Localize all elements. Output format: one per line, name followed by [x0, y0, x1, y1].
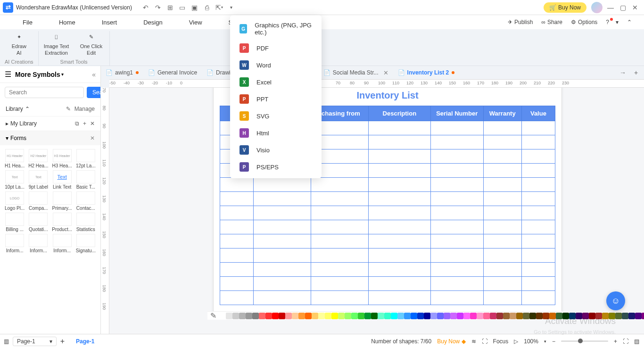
table-cell[interactable] [483, 206, 521, 220]
undo-icon[interactable]: ↶ [140, 1, 152, 14]
symbol-item[interactable]: H2 HeaderH2 Hea... [27, 149, 49, 168]
table-cell[interactable] [483, 263, 521, 277]
fit-page-icon[interactable]: ⛶ [623, 338, 628, 345]
table-cell[interactable] [368, 149, 430, 164]
table-cell[interactable] [521, 135, 555, 149]
color-swatch[interactable] [516, 313, 523, 319]
table-cell[interactable] [311, 291, 368, 305]
table-cell[interactable] [430, 149, 483, 164]
document-tab[interactable]: 📄General Invoice [143, 66, 202, 79]
options-action[interactable]: ⚙ Options [571, 19, 597, 25]
color-swatch[interactable] [226, 313, 232, 319]
color-swatch[interactable] [265, 313, 272, 319]
table-cell[interactable] [220, 249, 254, 263]
table-cell[interactable] [254, 234, 311, 249]
color-swatch[interactable] [615, 313, 622, 319]
tab-add-icon[interactable]: + [630, 66, 642, 79]
share-action[interactable]: ∞ Share [541, 19, 562, 25]
table-cell[interactable] [430, 192, 483, 206]
tab-next-icon[interactable]: → [617, 66, 629, 79]
export-item[interactable]: PPS/EPS [230, 158, 322, 175]
menu-view[interactable]: View [176, 19, 215, 26]
minimize-icon[interactable]: — [604, 1, 617, 14]
color-swatch[interactable] [430, 313, 437, 319]
add-page-icon[interactable]: + [60, 337, 65, 346]
edit-icon[interactable]: ✎ [66, 106, 71, 112]
color-swatch[interactable] [417, 313, 424, 319]
symbol-item[interactable]: Inform... [27, 234, 49, 253]
symbol-item[interactable]: Primary... [51, 191, 73, 211]
color-swatch[interactable] [622, 313, 628, 319]
color-swatch[interactable] [510, 313, 516, 319]
save-icon[interactable]: ▣ [189, 1, 201, 14]
chevron-down-icon[interactable]: ▾ [61, 72, 64, 77]
color-swatch[interactable] [292, 313, 298, 319]
color-swatch[interactable] [259, 313, 265, 319]
document-tab[interactable]: 📄Social Media Str...✕ [319, 66, 393, 79]
table-cell[interactable] [254, 249, 311, 263]
zoom-slider[interactable] [561, 340, 608, 342]
one-click-edit-button[interactable]: ✎ One ClickEdit [78, 31, 105, 56]
document-tab[interactable]: 📄awing1 [101, 66, 143, 79]
color-swatch[interactable] [529, 313, 536, 319]
export-item[interactable]: HHtml [230, 124, 322, 141]
color-swatch[interactable] [285, 313, 292, 319]
menu-design[interactable]: Design [130, 19, 175, 26]
color-swatch[interactable] [582, 313, 589, 319]
color-swatch[interactable] [371, 313, 378, 319]
document-tab[interactable]: 📄Inventory List 2 [393, 66, 460, 79]
table-cell[interactable] [430, 263, 483, 277]
table-cell[interactable] [521, 206, 555, 220]
more-icon[interactable]: ▾ [225, 1, 238, 14]
symbol-item[interactable]: Contac... [75, 191, 97, 211]
color-swatch[interactable] [397, 313, 404, 319]
table-cell[interactable] [483, 192, 521, 206]
table-cell[interactable] [430, 220, 483, 234]
panel-icon[interactable]: ▤ [634, 338, 639, 345]
table-cell[interactable] [521, 192, 555, 206]
search-button[interactable]: Search [87, 87, 101, 98]
table-cell[interactable] [368, 220, 430, 234]
table-cell[interactable] [430, 135, 483, 149]
print-icon[interactable]: ⎙ [201, 1, 213, 14]
table-cell[interactable] [220, 234, 254, 249]
color-swatch[interactable] [239, 313, 246, 319]
collapse-sidebar-icon[interactable]: « [92, 71, 96, 78]
my-library-row[interactable]: ▸My Library ⧉+✕ [0, 116, 100, 131]
table-cell[interactable] [220, 277, 254, 291]
zoom-out-icon[interactable]: − [552, 338, 555, 345]
table-cell[interactable] [521, 263, 555, 277]
table-cell[interactable] [430, 206, 483, 220]
buy-now-link[interactable]: Buy Now ◆ [437, 338, 465, 345]
table-cell[interactable] [368, 164, 430, 178]
help-icon[interactable]: ? ▾ [606, 19, 619, 25]
hamburger-icon[interactable]: ☰ [5, 70, 11, 79]
table-cell[interactable] [483, 149, 521, 164]
table-header[interactable]: Serial Number [430, 106, 483, 121]
search-input[interactable] [5, 87, 84, 98]
table-cell[interactable] [311, 192, 368, 206]
color-swatch[interactable] [543, 313, 549, 319]
color-swatch[interactable] [378, 313, 384, 319]
table-cell[interactable] [368, 178, 430, 192]
table-cell[interactable] [521, 291, 555, 305]
menu-insert[interactable]: Insert [89, 19, 131, 26]
symbol-item[interactable]: LOGOLogo Pl... [4, 191, 25, 211]
table-header[interactable]: Value [521, 106, 555, 121]
color-swatch[interactable] [338, 313, 345, 319]
table-cell[interactable] [521, 277, 555, 291]
library-row[interactable]: Library ⌃ ✎Manage [0, 102, 100, 116]
color-swatch[interactable] [331, 313, 338, 319]
color-swatch[interactable] [569, 313, 576, 319]
table-cell[interactable] [483, 178, 521, 192]
color-swatch[interactable] [351, 313, 358, 319]
color-swatch[interactable] [490, 313, 496, 319]
publish-action[interactable]: ✈ Publish [508, 19, 533, 25]
export-item[interactable]: WWord [230, 57, 322, 74]
table-cell[interactable] [311, 220, 368, 234]
table-cell[interactable] [311, 277, 368, 291]
color-swatch[interactable] [219, 313, 226, 319]
table-cell[interactable] [368, 192, 430, 206]
table-cell[interactable] [430, 121, 483, 135]
color-swatch[interactable] [444, 313, 450, 319]
